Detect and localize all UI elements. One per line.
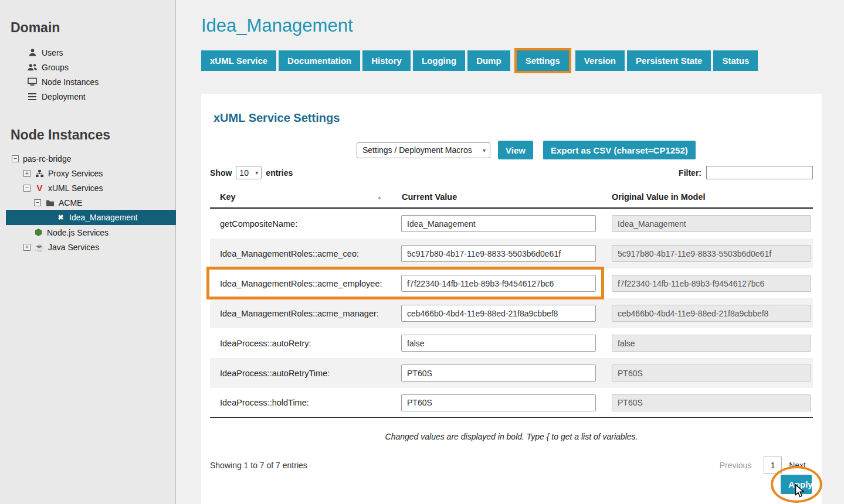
collapse-icon[interactable]: − xyxy=(23,185,30,192)
current-value-input[interactable] xyxy=(401,335,596,352)
collapse-icon[interactable]: − xyxy=(34,199,41,206)
tree-node-label: Java Services xyxy=(48,243,99,252)
table-header: Key ▲ Current Value Original Value in Mo… xyxy=(210,187,813,209)
chevron-down-icon: ▾ xyxy=(255,169,258,176)
current-value-input[interactable] xyxy=(401,215,596,232)
setting-key: IdeaProcess::holdTime: xyxy=(210,398,398,407)
tree-node-nodejs-services[interactable]: Node.js Services xyxy=(0,225,175,240)
monitor-icon xyxy=(27,77,38,86)
deployment-icon xyxy=(27,93,38,101)
tab-documentation[interactable]: Documentation xyxy=(279,50,360,71)
page-size-select[interactable]: 10 ▾ xyxy=(236,166,262,179)
sidebar-item-label: Deployment xyxy=(42,92,86,101)
folder-icon xyxy=(45,199,55,206)
previous-page-button[interactable]: Previous xyxy=(713,461,758,470)
current-value-input[interactable] xyxy=(401,394,596,411)
original-value: PT60S xyxy=(612,365,811,382)
column-header-current-value[interactable]: Current Value xyxy=(398,192,608,202)
original-value-cell: f7f22340-14fb-11eb-89b3-f94546127bc6 xyxy=(608,275,813,292)
column-header-original-value[interactable]: Original Value in Model xyxy=(608,192,813,202)
export-csv-button[interactable]: Export as CSV (charset=CP1252) xyxy=(543,141,696,159)
view-button[interactable]: View xyxy=(498,141,533,159)
current-value-cell xyxy=(398,275,608,292)
page-size-value: 10 xyxy=(239,168,249,178)
table-row: IdeaProcess::autoRetryTime: PT60S xyxy=(210,358,813,388)
sitemap-icon xyxy=(35,169,45,178)
chevron-down-icon: ▾ xyxy=(483,147,486,154)
original-value: Idea_Management xyxy=(612,215,811,232)
tree-node-java-services[interactable]: + ☕ Java Services xyxy=(0,240,175,254)
next-page-button[interactable]: Next xyxy=(787,461,813,470)
tab-status[interactable]: Status xyxy=(713,50,758,71)
entries-label: entries xyxy=(266,168,293,178)
table-row: getCompositeName: Idea_Management xyxy=(210,209,813,239)
apply-area: Apply xyxy=(781,475,812,494)
original-value: 5c917b80-4b17-11e9-8833-5503b6d0e61f xyxy=(612,245,811,262)
controls-row: Settings / Deployment Macros ▾ View Expo… xyxy=(210,141,813,159)
original-value-cell: 5c917b80-4b17-11e9-8833-5503b6d0e61f xyxy=(608,245,813,262)
tree-node-proxy-services[interactable]: + Proxy Services xyxy=(0,166,175,181)
current-value-input[interactable] xyxy=(401,365,596,382)
main-content: Idea_Management xUML Service Documentati… xyxy=(177,0,844,504)
tree-node-label: pas-rc-bridge xyxy=(23,154,71,164)
tab-version[interactable]: Version xyxy=(575,50,625,71)
setting-key: IdeaProcess::autoRetry: xyxy=(210,339,398,348)
domain-heading: Domain xyxy=(11,20,175,36)
sidebar-item-deployment[interactable]: Deployment xyxy=(0,89,175,104)
page-title: Idea_Management xyxy=(201,15,844,36)
sort-asc-icon[interactable]: ▲ xyxy=(377,194,398,200)
original-value: ceb466b0-4bd4-11e9-88ed-21f8a9cbbef8 xyxy=(612,305,811,322)
table-row: Idea_ManagementRoles::acme_ceo: 5c917b80… xyxy=(210,239,813,268)
table-row: IdeaProcess::holdTime: PT60S xyxy=(210,388,813,418)
collapse-icon[interactable]: − xyxy=(12,155,19,162)
tab-dump[interactable]: Dump xyxy=(467,50,510,71)
tree-node-label: Proxy Services xyxy=(48,169,103,178)
java-icon: ☕ xyxy=(35,243,45,252)
expand-icon[interactable]: + xyxy=(23,244,30,251)
filter-input[interactable] xyxy=(706,166,813,179)
tree-node-pas-rc-bridge[interactable]: − pas-rc-bridge xyxy=(0,151,175,166)
setting-key: Idea_ManagementRoles::acme_employee: xyxy=(210,279,398,288)
original-value-cell: PT60S xyxy=(608,394,813,411)
users-icon xyxy=(27,63,38,71)
tab-history[interactable]: History xyxy=(362,50,411,71)
tab-logging[interactable]: Logging xyxy=(413,50,465,71)
table-row: Idea_ManagementRoles::acme_manager: ceb4… xyxy=(210,298,813,328)
current-value-cell xyxy=(398,365,608,382)
current-value-input[interactable] xyxy=(401,245,596,262)
current-value-cell xyxy=(398,215,608,232)
xuml-services-icon: V xyxy=(35,183,45,193)
macro-select[interactable]: Settings / Deployment Macros ▾ xyxy=(357,142,490,158)
sidebar-item-node-instances[interactable]: Node Instances xyxy=(0,74,175,89)
show-entries-row: Show 10 ▾ entries Filter: xyxy=(210,166,813,179)
column-header-key[interactable]: Key ▲ xyxy=(210,192,398,202)
sidebar-item-groups[interactable]: Groups xyxy=(0,60,175,74)
macro-select-value: Settings / Deployment Macros xyxy=(362,145,472,155)
current-value-input-focused[interactable] xyxy=(401,275,596,292)
tab-xuml-service[interactable]: xUML Service xyxy=(201,50,276,71)
tree-node-idea-management[interactable]: ✖ Idea_Management xyxy=(6,210,176,225)
show-label: Show xyxy=(210,168,232,178)
original-value: PT60S xyxy=(612,394,811,411)
pagination: Previous 1 Next xyxy=(713,457,813,474)
showing-entries-text: Showing 1 to 7 of 7 entries xyxy=(210,461,307,470)
sidebar-item-label: Node Instances xyxy=(42,77,99,87)
nodejs-icon xyxy=(33,229,43,236)
tree-node-acme[interactable]: − ACME xyxy=(0,195,175,210)
tab-settings[interactable]: Settings xyxy=(517,50,569,71)
original-value: f7f22340-14fb-11eb-89b3-f94546127bc6 xyxy=(612,275,811,292)
sidebar: Domain Users Groups Node Instances Deplo… xyxy=(0,0,176,504)
current-value-input[interactable] xyxy=(401,305,596,322)
tree-node-xuml-services[interactable]: − V xUML Services xyxy=(0,181,175,195)
filter-label: Filter: xyxy=(679,168,701,178)
sidebar-item-label: Groups xyxy=(42,63,69,72)
tree-node-label: xUML Services xyxy=(48,183,103,193)
tab-persistent-state[interactable]: Persistent State xyxy=(627,50,711,71)
current-value-cell xyxy=(398,394,608,411)
setting-key: Idea_ManagementRoles::acme_manager: xyxy=(210,309,398,318)
table-row: IdeaProcess::autoRetry: false xyxy=(210,328,813,358)
expand-icon[interactable]: + xyxy=(23,170,30,177)
current-value-cell xyxy=(398,305,608,322)
sidebar-item-users[interactable]: Users xyxy=(0,45,175,60)
page-number-button[interactable]: 1 xyxy=(764,457,782,474)
